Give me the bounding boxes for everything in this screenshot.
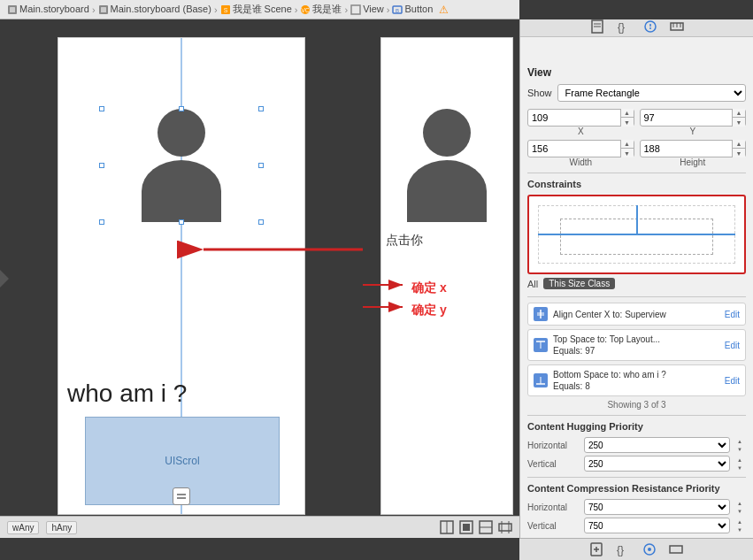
compression-vertical-row: Vertical 750 ▲ ▼ <box>527 518 746 533</box>
who-am-i-text: who am i ? <box>67 380 187 408</box>
x-stepper-up[interactable]: ▲ <box>621 109 634 118</box>
divider-3 <box>527 415 746 416</box>
right-panel: {} View Show Frame Rectangle Bounds Rect… <box>519 19 753 538</box>
height-stepper-up[interactable]: ▲ <box>733 140 745 149</box>
show-select[interactable]: Frame Rectangle Bounds Rectangle <box>557 84 746 102</box>
breadcrumb-item-view[interactable]: View <box>350 4 384 15</box>
svg-text:B: B <box>396 8 399 13</box>
compression-h-stepper: ▲ ▼ <box>734 499 746 515</box>
red-arrow <box>177 214 372 285</box>
svg-rect-3 <box>101 7 106 12</box>
layout-icon-2[interactable] <box>459 520 473 534</box>
breadcrumb-sep-2: › <box>214 4 218 15</box>
constraint-bottom: Bottom Space to: who am i ?Equals: 8 Edi… <box>527 364 746 396</box>
hugging-h-stepper-up[interactable]: ▲ <box>734 437 746 445</box>
breadcrumb-item-main-storyboard[interactable]: Main.storyboard <box>7 4 89 15</box>
code-icon[interactable]: {} <box>616 542 630 556</box>
height-stepper: ▲ ▼ <box>732 140 745 157</box>
handle-bl <box>99 219 104 225</box>
compression-v-select[interactable]: 750 <box>584 518 730 533</box>
breadcrumb: Main.storyboard › Main.storyboard (Base)… <box>0 0 519 19</box>
size-class-badge[interactable]: This Size Class <box>543 278 615 289</box>
svg-rect-21 <box>499 524 511 531</box>
constraints-visual <box>527 195 746 274</box>
handle-mr <box>258 163 264 168</box>
compression-v-stepper-down[interactable]: ▼ <box>734 525 746 533</box>
show-row: Show Frame Rectangle Bounds Rectangle <box>527 84 746 102</box>
compression-v-stepper-up[interactable]: ▲ <box>734 518 746 525</box>
compression-h-stepper-up[interactable]: ▲ <box>734 499 746 507</box>
bottom-space-icon <box>534 373 548 387</box>
person-icon-selected[interactable] <box>142 109 221 222</box>
compression-h-stepper-down[interactable]: ▼ <box>734 507 746 515</box>
width-stepper-up[interactable]: ▲ <box>621 140 634 149</box>
width-input-wrapper: ▲ ▼ <box>527 140 634 157</box>
breadcrumb-sep-4: › <box>344 4 348 15</box>
layout-icon-4[interactable] <box>498 520 512 534</box>
hugging-h-stepper-down[interactable]: ▼ <box>734 445 746 453</box>
hugging-section: Content Hugging Priority Horizontal 250 … <box>527 421 746 472</box>
ruler-icon[interactable] <box>670 19 684 36</box>
layout-icon-3[interactable] <box>479 520 493 534</box>
breadcrumb-item-vc[interactable]: VC我是谁 <box>300 3 342 16</box>
breadcrumb-item-scene[interactable]: S我是谁 Scene <box>220 3 292 16</box>
bottom-constraint-edit[interactable]: Edit <box>725 376 740 386</box>
y-input-wrapper: ▲ ▼ <box>640 109 747 127</box>
hugging-v-label: Vertical <box>527 459 580 469</box>
person-icon-2 <box>407 109 487 222</box>
constraints-footer: All This Size Class <box>527 278 746 289</box>
show-label: Show <box>527 88 552 98</box>
breadcrumb-item-button[interactable]: BButton <box>392 4 433 15</box>
align-center-icon <box>534 307 548 321</box>
y-input[interactable] <box>641 112 733 123</box>
xy-row: ▲ ▼ X ▲ ▼ Y <box>527 109 746 136</box>
right-panel-bottom-toolbar: {} <box>519 538 753 560</box>
compression-h-select[interactable]: 750 <box>584 499 730 515</box>
x-input-wrapper: ▲ ▼ <box>527 109 634 127</box>
right-panel-icon-row: {} <box>520 19 753 37</box>
height-stepper-down[interactable]: ▼ <box>733 149 745 157</box>
constraints-title: Constraints <box>527 179 746 189</box>
w-any-badge[interactable]: wAny <box>7 521 39 534</box>
brackets-icon[interactable]: {} <box>617 19 631 36</box>
breadcrumb-sep-3: › <box>295 4 298 15</box>
svg-text:{}: {} <box>617 544 624 556</box>
hugging-v-stepper-down[interactable]: ▼ <box>734 464 746 472</box>
breadcrumb-item-base[interactable]: Main.storyboard (Base) <box>98 4 211 15</box>
showing-text: Showing 3 of 3 <box>527 400 746 410</box>
y-field-group: ▲ ▼ Y <box>640 109 747 136</box>
circle-dot-icon[interactable] <box>642 542 657 556</box>
hugging-h-stepper: ▲ ▼ <box>734 437 746 453</box>
x-input[interactable] <box>528 112 620 123</box>
top-constraint-edit[interactable]: Edit <box>725 341 740 350</box>
handle-ml <box>99 163 104 168</box>
x-stepper-down[interactable]: ▼ <box>621 118 634 127</box>
y-stepper: ▲ ▼ <box>732 109 745 127</box>
svg-point-46 <box>648 548 651 551</box>
height-input[interactable] <box>641 143 733 154</box>
layout-icon-1[interactable] <box>440 520 454 534</box>
new-file-icon[interactable] <box>589 542 603 556</box>
divider-1 <box>527 173 746 173</box>
hugging-v-stepper-up[interactable]: ▲ <box>734 456 746 464</box>
height-label: Height <box>640 157 747 167</box>
y-stepper-down[interactable]: ▼ <box>733 118 745 127</box>
h-any-badge[interactable]: hAny <box>46 521 77 534</box>
file-icon[interactable] <box>590 19 604 36</box>
svg-text:VC: VC <box>302 7 311 13</box>
canvas-area: who am i ? UIScrol 点击你 <box>0 19 519 538</box>
width-stepper-down[interactable]: ▼ <box>621 149 634 157</box>
y-stepper-up[interactable]: ▲ <box>733 109 745 118</box>
warning-icon: ⚠ <box>439 4 449 16</box>
hugging-v-select[interactable]: 250 <box>584 456 730 472</box>
height-field-group: ▲ ▼ Height <box>640 140 747 167</box>
hugging-horizontal-row: Horizontal 250 ▲ ▼ <box>527 437 746 453</box>
click-text: 点击你 <box>386 233 423 249</box>
width-input[interactable] <box>528 143 620 154</box>
circle-icon[interactable] <box>643 19 657 36</box>
hugging-h-select[interactable]: 250 <box>584 437 730 453</box>
hugging-vertical-row: Vertical 250 ▲ ▼ <box>527 456 746 472</box>
align-constraint-edit[interactable]: Edit <box>725 310 740 319</box>
svg-rect-8 <box>351 5 360 14</box>
ruler2-icon[interactable] <box>669 542 683 556</box>
